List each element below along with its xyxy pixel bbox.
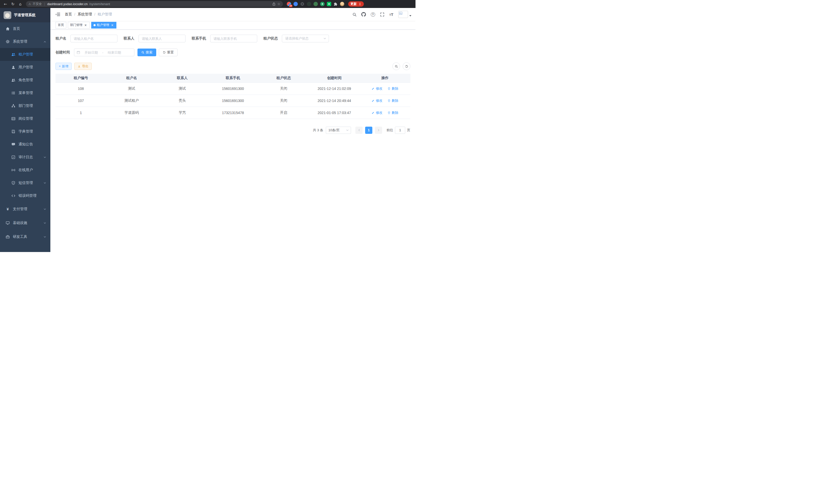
- breadcrumb-home[interactable]: 首页: [65, 12, 72, 17]
- edit-button[interactable]: 修改: [372, 86, 382, 91]
- page-number-1[interactable]: 1: [365, 127, 372, 134]
- prev-page-button[interactable]: [355, 127, 363, 134]
- extension-icon[interactable]: 10: [287, 2, 291, 6]
- sidebar-item-sms-management[interactable]: 短信管理: [0, 176, 50, 189]
- extension-icon[interactable]: [293, 2, 298, 6]
- code-icon: [11, 194, 16, 198]
- tags-view: 首页 部门管理 × 租户管理 ×: [50, 21, 416, 30]
- sidebar-item-payment[interactable]: ¥ 支付管理: [0, 202, 50, 216]
- extension-icon[interactable]: [300, 2, 305, 6]
- refresh-table-button[interactable]: [403, 62, 410, 70]
- close-icon[interactable]: ×: [111, 23, 114, 27]
- tab-home[interactable]: 首页: [56, 22, 66, 29]
- extension-icon[interactable]: [314, 2, 318, 6]
- chevron-down-icon: [44, 156, 46, 159]
- sidebar-item-audit-log[interactable]: 审计日志: [0, 151, 50, 164]
- extension-icon[interactable]: [307, 2, 311, 6]
- sidebar-item-user-management[interactable]: 用户管理: [0, 61, 50, 74]
- sidebar-item-post-management[interactable]: 岗位管理: [0, 112, 50, 125]
- back-icon[interactable]: ←: [3, 1, 8, 7]
- status-label: 租户状态: [263, 36, 278, 41]
- share-icon[interactable]: [272, 2, 276, 6]
- chevron-down-icon: [346, 129, 349, 132]
- pagination: 共 3 条 10条/页 1 前往 页: [56, 127, 410, 134]
- reset-button[interactable]: 重置: [159, 49, 177, 56]
- pencil-icon: [372, 111, 375, 114]
- goto-page-input[interactable]: [395, 127, 405, 134]
- create-time-label: 创建时间: [56, 50, 70, 55]
- tenant-name-input[interactable]: [70, 35, 117, 42]
- sidebar-item-system[interactable]: 系统管理: [0, 35, 50, 48]
- extensions-puzzle-icon[interactable]: [334, 2, 338, 6]
- bookmark-star-icon[interactable]: ☆: [277, 2, 280, 6]
- github-icon[interactable]: [359, 9, 368, 20]
- extension-icon[interactable]: [327, 2, 331, 6]
- calendar-icon: [77, 51, 80, 54]
- fullscreen-icon[interactable]: [378, 9, 386, 20]
- tab-dept-management[interactable]: 部门管理 ×: [68, 22, 90, 29]
- sidebar-item-dict-management[interactable]: 字典管理: [0, 125, 50, 138]
- sidebar-item-tenant-management[interactable]: 租户管理: [0, 48, 50, 61]
- extension-icon[interactable]: [320, 2, 324, 6]
- plus-icon: +: [59, 64, 61, 68]
- start-date-input[interactable]: [81, 51, 101, 55]
- sidebar-item-menu-management[interactable]: 菜单管理: [0, 87, 50, 99]
- edit-button[interactable]: 修改: [372, 98, 382, 103]
- delete-button[interactable]: 删除: [388, 111, 398, 115]
- id-badge-icon: [11, 117, 16, 121]
- chevron-up-icon: [44, 40, 46, 43]
- font-size-icon[interactable]: TT: [387, 9, 396, 20]
- browser-menu-icon[interactable]: ⋮: [359, 2, 362, 6]
- total-count: 共 3 条: [313, 128, 323, 132]
- toggle-search-button[interactable]: [392, 62, 400, 70]
- users-icon: [11, 78, 16, 82]
- phone-label: 联系手机: [192, 36, 206, 41]
- security-warning-icon[interactable]: ⚠: [29, 2, 31, 6]
- address-bar[interactable]: ⚠ 不安全 dashboard.yudao.iocoder.cn /system…: [26, 1, 283, 7]
- profile-avatar[interactable]: [340, 2, 344, 6]
- sidebar-item-dept-management[interactable]: 部门管理: [0, 99, 50, 112]
- home-icon[interactable]: ⌂: [18, 1, 23, 7]
- search-button[interactable]: 搜索: [138, 49, 156, 56]
- add-button[interactable]: + 新增: [56, 63, 72, 70]
- close-icon[interactable]: ×: [84, 23, 87, 27]
- reload-icon[interactable]: ↻: [10, 1, 16, 7]
- phone-input[interactable]: [210, 35, 257, 42]
- table-row: 107 测试租户 秃头 15601691300 关闭 2021-12-14 20…: [56, 94, 410, 107]
- export-button[interactable]: 导出: [74, 63, 92, 70]
- sidebar-item-notice[interactable]: 通知公告: [0, 138, 50, 151]
- app-title: 芋道管理系统: [14, 13, 35, 18]
- avatar: [398, 11, 408, 18]
- update-button[interactable]: 更新 ⋮: [348, 1, 364, 7]
- toolbox-icon: [6, 235, 10, 239]
- next-page-button[interactable]: [375, 127, 382, 134]
- help-icon[interactable]: ?: [369, 9, 377, 20]
- sidebar-item-home[interactable]: 首页: [0, 22, 50, 35]
- table-row: 108 测试 测试 15601691300 关闭 2021-12-14 21:0…: [56, 83, 410, 94]
- broadcast-icon: [11, 168, 16, 172]
- sidebar-item-online-users[interactable]: 在线用户: [0, 164, 50, 176]
- tenant-status-select[interactable]: 请选择租户状态: [282, 35, 329, 42]
- sidebar-item-role-management[interactable]: 角色管理: [0, 74, 50, 87]
- delete-button[interactable]: 删除: [388, 98, 398, 103]
- delete-button[interactable]: 删除: [388, 86, 398, 91]
- security-warning-label: 不安全: [33, 2, 42, 6]
- tab-tenant-management[interactable]: 租户管理 ×: [91, 22, 116, 29]
- collapse-sidebar-icon[interactable]: [56, 12, 61, 17]
- status-cell: 关闭: [258, 94, 309, 107]
- page-size-select[interactable]: 10条/页: [326, 127, 351, 134]
- create-time-range-picker[interactable]: -: [74, 49, 134, 56]
- app-logo-row[interactable]: 芋道管理系统: [0, 8, 50, 22]
- end-date-input[interactable]: [104, 51, 124, 55]
- goto-label: 前往: [386, 128, 393, 132]
- sidebar-item-dev-tools[interactable]: 研发工具: [0, 230, 50, 244]
- header-search-icon[interactable]: [350, 9, 359, 20]
- breadcrumb-system[interactable]: 系统管理: [78, 12, 92, 17]
- app-logo: [4, 11, 11, 19]
- sidebar-item-infrastructure[interactable]: 基础设施: [0, 216, 50, 230]
- omnibox-divider: [45, 3, 45, 6]
- user-avatar-menu[interactable]: [398, 11, 411, 18]
- contact-input[interactable]: [139, 35, 185, 42]
- sidebar-item-error-code[interactable]: 错误码管理: [0, 189, 50, 202]
- edit-button[interactable]: 修改: [372, 111, 382, 115]
